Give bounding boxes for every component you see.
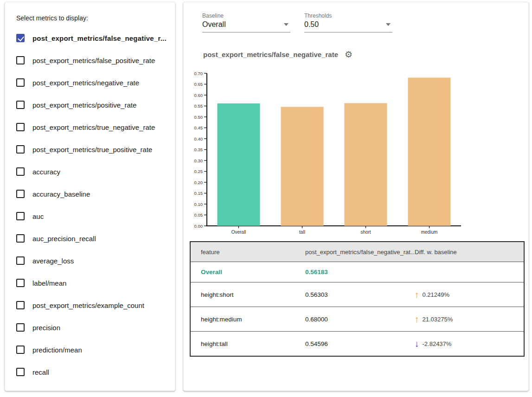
metric-label: post_export_metrics/negative_rate	[32, 79, 139, 87]
metric-label: post_export_metrics/false_negative_r...	[32, 34, 167, 42]
diff-cell: ↓-2.82437%	[415, 339, 524, 348]
metric-label: accuracy_baseline	[32, 190, 90, 198]
thresholds-select-value: 0.50	[304, 20, 319, 29]
metric-row-post-export-metrics-false-positive-rate[interactable]: post_export_metrics/false_positive_rate	[16, 49, 167, 71]
checkbox-unchecked-icon[interactable]	[16, 346, 25, 354]
checkbox-unchecked-icon[interactable]	[16, 101, 25, 109]
metric-label: label/mean	[32, 279, 66, 287]
baseline-select-label: Baseline	[202, 13, 290, 19]
metric-label: recall	[32, 368, 49, 376]
metric-row-prediction-mean[interactable]: prediction/mean	[16, 339, 167, 361]
thresholds-select[interactable]: Thresholds 0.50	[304, 13, 392, 32]
metric-row-post-export-metrics-false-negative-r[interactable]: post_export_metrics/false_negative_r...	[16, 27, 167, 49]
metric-label: auc_precision_recall	[32, 235, 96, 243]
metric-label: precision	[32, 324, 60, 332]
metric-row-post-export-metrics-true-negative-rate[interactable]: post_export_metrics/true_negative_rate	[16, 116, 167, 138]
checkbox-unchecked-icon[interactable]	[16, 123, 25, 131]
table-header-feature: feature	[201, 249, 305, 256]
checkbox-unchecked-icon[interactable]	[16, 279, 25, 287]
checkbox-unchecked-icon[interactable]	[16, 78, 25, 87]
metric-list: post_export_metrics/false_negative_r...p…	[16, 27, 167, 383]
metric-label: post_export_metrics/true_negative_rate	[32, 123, 155, 131]
checkbox-unchecked-icon[interactable]	[16, 234, 25, 243]
metric-label: prediction/mean	[32, 346, 82, 354]
x-axis-label: Overall	[231, 230, 246, 235]
checkbox-unchecked-icon[interactable]	[16, 56, 25, 64]
chart-title: post_export_metrics/false_negative_rate	[203, 51, 338, 58]
metric-row-post-export-metrics-example-count[interactable]: post_export_metrics/example_count	[16, 294, 167, 316]
checkbox-unchecked-icon[interactable]	[16, 256, 25, 265]
checkbox-unchecked-icon[interactable]	[16, 323, 25, 332]
svg-text:0.30: 0.30	[194, 158, 203, 163]
thresholds-select-value-row[interactable]: 0.50	[304, 20, 392, 32]
checkbox-unchecked-icon[interactable]	[16, 212, 25, 220]
metric-label: average_loss	[32, 257, 74, 265]
metric-label: post_export_metrics/example_count	[32, 301, 144, 309]
arrow-up-icon: ↑	[415, 290, 419, 299]
metric-row-label-mean[interactable]: label/mean	[16, 272, 167, 294]
metric-label: post_export_metrics/false_positive_rate	[32, 57, 155, 64]
bar-short[interactable]	[345, 103, 387, 226]
table-header-metric: post_export_metrics/false_negative_rat..…	[305, 249, 415, 256]
metric-value-cell: 0.56183	[305, 269, 415, 275]
metric-row-accuracy[interactable]: accuracy	[16, 160, 167, 183]
baseline-select-value-row[interactable]: Overall	[202, 20, 290, 32]
page: Select metrics to display: post_export_m…	[0, 0, 532, 397]
metric-label: post_export_metrics/positive_rate	[32, 101, 136, 109]
metric-value-cell: 0.68000	[305, 316, 415, 323]
table-body: Overall0.56183height:short0.56303↑0.2124…	[191, 262, 524, 356]
svg-text:0.00: 0.00	[194, 224, 203, 229]
diff-cell: ↑0.21249%	[415, 290, 524, 299]
svg-text:0.05: 0.05	[194, 212, 203, 218]
chevron-down-icon	[386, 23, 391, 26]
metric-row-average-loss[interactable]: average_loss	[16, 250, 167, 272]
feature-cell: height:short	[201, 291, 305, 298]
baseline-select[interactable]: Baseline Overall	[202, 13, 290, 32]
table-row-height-tall: height:tall0.54596↓-2.82437%	[191, 331, 524, 356]
diff-cell: ↑21.03275%	[415, 315, 524, 324]
checkbox-unchecked-icon[interactable]	[16, 190, 25, 198]
metric-row-precision[interactable]: precision	[16, 316, 167, 339]
checkbox-unchecked-icon[interactable]	[16, 167, 25, 176]
svg-text:0.65: 0.65	[194, 82, 203, 87]
chart-title-row: post_export_metrics/false_negative_rate …	[203, 50, 353, 59]
metric-label: accuracy	[32, 168, 60, 176]
table-row-height-short: height:short0.56303↑0.21249%	[191, 282, 524, 307]
sidebar-title: Select metrics to display:	[16, 14, 167, 23]
gear-icon[interactable]: ⚙	[345, 50, 353, 59]
bar-chart: 0.000.050.100.150.200.250.300.350.400.45…	[193, 70, 481, 241]
metric-label: post_export_metrics/true_positive_rate	[32, 146, 152, 154]
svg-text:0.20: 0.20	[194, 180, 203, 185]
metric-row-post-export-metrics-negative-rate[interactable]: post_export_metrics/negative_rate	[16, 71, 167, 94]
svg-text:0.15: 0.15	[194, 191, 203, 196]
metric-value-cell: 0.54596	[305, 340, 415, 347]
metric-row-post-export-metrics-positive-rate[interactable]: post_export_metrics/positive_rate	[16, 94, 167, 116]
checkbox-checked-icon[interactable]	[16, 34, 25, 42]
bar-overall[interactable]	[218, 103, 260, 226]
svg-text:0.45: 0.45	[194, 125, 203, 130]
metric-label: auc	[32, 212, 44, 220]
diff-value: 21.03275%	[423, 316, 453, 323]
table-header-diff: Diff. w. baseline	[415, 249, 524, 256]
table-row-height-medium: height:medium0.68000↑21.03275%	[191, 307, 524, 331]
svg-text:0.35: 0.35	[194, 147, 203, 152]
bar-tall[interactable]	[281, 107, 324, 226]
svg-text:0.40: 0.40	[194, 136, 203, 141]
svg-text:0.50: 0.50	[194, 115, 203, 120]
bar-medium[interactable]	[408, 77, 451, 226]
checkbox-unchecked-icon[interactable]	[16, 145, 25, 154]
metric-row-accuracy-baseline[interactable]: accuracy_baseline	[16, 183, 167, 205]
metrics-table: feature post_export_metrics/false_negati…	[190, 241, 525, 357]
metric-row-auc[interactable]: auc	[16, 205, 167, 227]
checkbox-unchecked-icon[interactable]	[16, 301, 25, 309]
diff-value: -2.82437%	[423, 340, 452, 347]
checkbox-unchecked-icon[interactable]	[16, 368, 25, 376]
metric-row-post-export-metrics-true-positive-rate[interactable]: post_export_metrics/true_positive_rate	[16, 138, 167, 160]
svg-text:0.10: 0.10	[194, 202, 203, 207]
metrics-panel: Baseline Overall Thresholds 0.50 post_ex…	[183, 2, 529, 391]
metric-row-auc-precision-recall[interactable]: auc_precision_recall	[16, 227, 167, 250]
x-axis-label: tall	[299, 230, 305, 235]
x-axis-label: medium	[421, 230, 438, 235]
svg-text:0.70: 0.70	[194, 71, 203, 76]
metric-row-recall[interactable]: recall	[16, 361, 167, 383]
